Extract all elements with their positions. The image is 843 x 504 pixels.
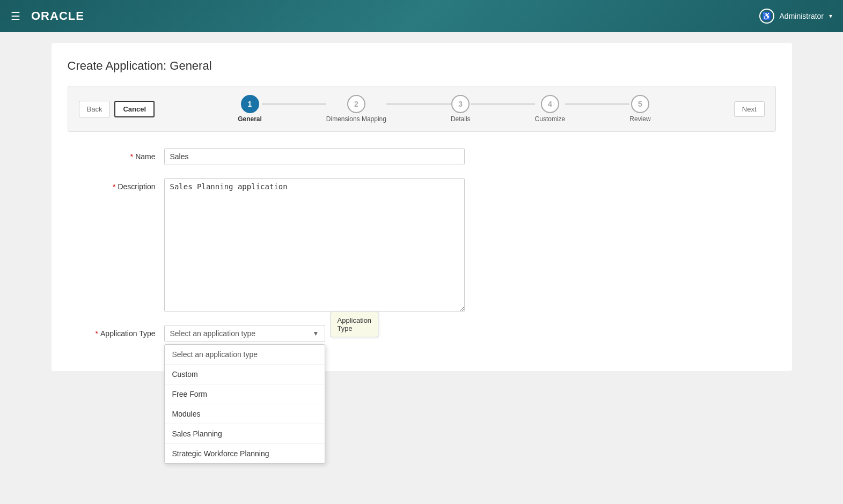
app-type-required-star: * (96, 329, 98, 338)
top-navigation: ☰ ORACLE ♿ Administrator ▾ (0, 0, 843, 32)
step-label-1: General (238, 115, 262, 123)
app-type-selected-value: Select an application type (170, 329, 256, 338)
step-label-2: Dimensions Mapping (326, 115, 386, 123)
wizard-steps: 1 General 2 Dimensions Mapping 3 (155, 95, 734, 123)
name-required-star: * (130, 152, 133, 161)
name-label: *Name (68, 148, 164, 161)
cancel-button[interactable]: Cancel (114, 101, 155, 117)
wizard-step-2[interactable]: 2 Dimensions Mapping (326, 95, 386, 123)
step-connector-4-5 (565, 103, 629, 105)
dropdown-option-placeholder[interactable]: Select an application type (165, 345, 325, 365)
step-circle-2: 2 (347, 95, 365, 113)
page-container: Create Application: General Back Cancel … (52, 43, 792, 371)
description-form-group: *Description Sales Planning application (68, 178, 776, 312)
step-circle-5: 5 (631, 95, 649, 113)
back-button[interactable]: Back (79, 101, 111, 117)
step-label-5: Review (629, 115, 650, 123)
accessibility-symbol: ♿ (762, 12, 771, 20)
step-label-3: Details (451, 115, 471, 123)
step-circle-1: 1 (241, 95, 259, 113)
dropdown-option-free-form[interactable]: Free Form (165, 384, 325, 404)
wizard-step-3[interactable]: 3 Details (451, 95, 471, 123)
user-name-label: Administrator (780, 12, 824, 20)
hamburger-menu-icon[interactable]: ☰ (11, 10, 20, 23)
user-menu-arrow-icon[interactable]: ▾ (829, 12, 832, 20)
wizard-bar: Back Cancel 1 General 2 Dimensions (68, 86, 776, 132)
wizard-step-1[interactable]: 1 General (238, 95, 262, 123)
dropdown-option-modules[interactable]: Modules (165, 404, 325, 424)
accessibility-icon[interactable]: ♿ (759, 9, 774, 24)
oracle-logo: ORACLE (31, 9, 84, 23)
nav-left: ☰ ORACLE (11, 9, 84, 23)
wizard-nav-buttons: Back Cancel (79, 101, 155, 117)
step-connector-3-4 (471, 103, 535, 105)
dropdown-arrow-icon: ▼ (313, 330, 319, 337)
step-circle-3: 3 (451, 95, 470, 113)
wizard-step-4[interactable]: 4 Customize (535, 95, 566, 123)
app-type-label: *Application Type (68, 325, 164, 338)
app-type-container: Select an application type ▼ Application… (164, 325, 465, 342)
app-type-tooltip: Application Type (331, 312, 379, 337)
step-connector-1-2 (262, 103, 326, 105)
step-label-4: Customize (535, 115, 566, 123)
description-required-star: * (113, 182, 115, 191)
name-input[interactable] (164, 148, 465, 165)
name-form-group: *Name (68, 148, 776, 165)
dropdown-option-custom[interactable]: Custom (165, 365, 325, 384)
dropdown-option-strategic-workforce[interactable]: Strategic Workforce Planning (165, 444, 325, 463)
description-textarea[interactable]: Sales Planning application (164, 178, 465, 312)
next-button[interactable]: Next (734, 101, 765, 117)
step-circle-4: 4 (541, 95, 559, 113)
main-content: Create Application: General Back Cancel … (0, 32, 843, 504)
app-type-form-group: *Application Type Select an application … (68, 325, 776, 342)
app-type-dropdown[interactable]: Select an application type ▼ (164, 325, 325, 342)
page-title: Create Application: General (68, 59, 776, 73)
dropdown-option-sales-planning[interactable]: Sales Planning (165, 424, 325, 444)
step-connector-2-3 (386, 103, 451, 105)
wizard-step-5[interactable]: 5 Review (629, 95, 650, 123)
app-type-dropdown-list: Select an application type Custom Free F… (164, 344, 325, 464)
nav-right: ♿ Administrator ▾ (759, 9, 832, 24)
description-label: *Description (68, 178, 164, 191)
